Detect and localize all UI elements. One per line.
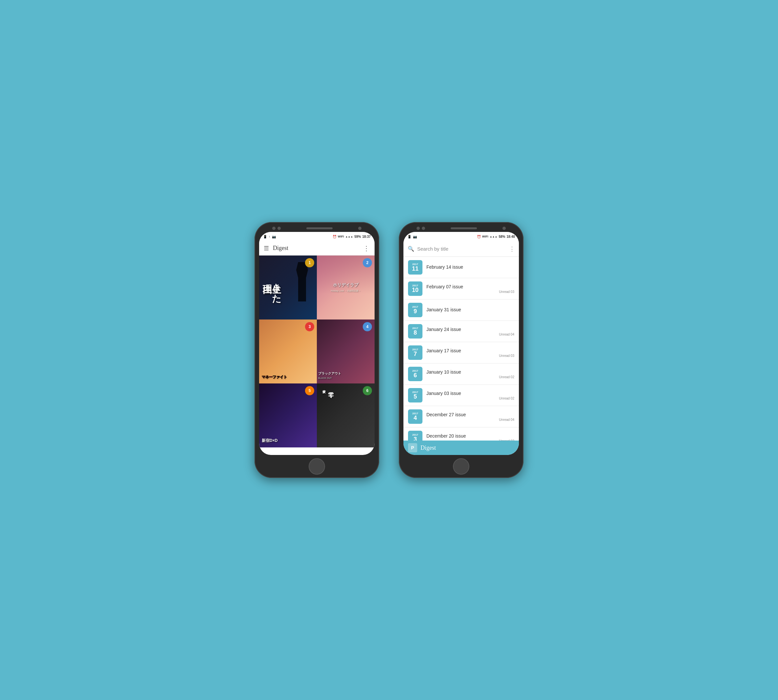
bottom-nav-logo[interactable]: P: [408, 443, 417, 452]
phone1-screen: 📱 ↑ 📷 ⏰ WiFi ▲▲▲ 59% 18:37 ☰ Digest ⋮: [259, 232, 375, 455]
issue-date-box-dec20: 2017 3: [408, 431, 422, 440]
phone2-home-button[interactable]: [453, 458, 469, 475]
phone1-more-icon[interactable]: ⋮: [363, 244, 370, 252]
issue-date-box-feb14: 2017 11: [408, 260, 422, 275]
bottom-nav-title: Digest: [420, 445, 436, 452]
issue-unread-dec20: Unread 03: [426, 439, 514, 441]
phone2-battery: 58%: [498, 235, 505, 238]
alarm-icon-2: ⏰: [477, 235, 481, 238]
phone1-speaker: [307, 227, 333, 229]
wifi-icon-2: WiFi: [482, 235, 488, 238]
phone1-app-title: Digest: [273, 245, 359, 252]
issue-info-feb14: February 14 issue: [426, 264, 514, 270]
cell6-badge: 6: [363, 386, 372, 395]
phone2-bottom: [403, 458, 519, 475]
issue-unread-jan03: Unread 02: [426, 397, 514, 400]
phone1-home-button[interactable]: [309, 458, 325, 475]
bottom-nav: P Digest: [403, 440, 519, 455]
issue-date-box-jan17: 2017 7: [408, 345, 422, 360]
phone1-time: 18:37: [362, 235, 371, 238]
issue-unread-jan17: Unread 03: [426, 354, 514, 358]
manga-cell-2[interactable]: ホリデイラブ Holiday Love ～夫婦間恋愛～ 2: [317, 255, 375, 320]
issue-info-dec27: December 27 issue Unread 04: [426, 412, 514, 422]
phone1-battery: 59%: [354, 235, 361, 238]
issue-info-feb07: February 07 issue Unread 03: [426, 284, 514, 293]
whatsapp-icon-2: 📱: [407, 235, 411, 238]
issue-title-dec20: December 20 issue: [426, 433, 514, 438]
issue-title-feb07: February 07 issue: [426, 284, 514, 289]
issue-date-box-jan24: 2017 8: [408, 324, 422, 338]
issue-info-jan31: January 31 issue: [426, 307, 514, 313]
issue-info-jan03: January 03 issue Unread 02: [426, 391, 514, 400]
phone-2: 📱 📷 ⏰ WiFi ▲▲▲ 58% 18:40 🔍 Search by tit…: [399, 222, 523, 478]
issue-item-dec20[interactable]: 2017 3 December 20 issue Unread 03: [403, 427, 519, 440]
issue-title-jan31: January 31 issue: [426, 307, 514, 312]
whatsapp-icon: 📱: [263, 235, 267, 238]
signal-icon-2: ▲▲▲: [490, 235, 498, 238]
manga-cell-3[interactable]: マネーファイト 3: [259, 320, 317, 383]
issue-item-jan10[interactable]: 2017 6 January 10 issue Unread 02: [403, 363, 519, 385]
cell3-badge: 3: [305, 322, 314, 331]
issue-item-jan17[interactable]: 2017 7 January 17 issue Unread 03: [403, 342, 519, 363]
issue-title-feb14: February 14 issue: [426, 264, 514, 270]
phone1-status-right: ⏰ WiFi ▲▲▲ 59% 18:37: [333, 235, 371, 238]
search-bar[interactable]: 🔍 Search by title ⋮: [403, 241, 519, 257]
phone2-screen: 📱 📷 ⏰ WiFi ▲▲▲ 58% 18:40 🔍 Search by tit…: [403, 232, 519, 455]
issue-title-jan17: January 17 issue: [426, 348, 514, 353]
alarm-icon: ⏰: [333, 235, 337, 238]
issue-date-box-feb07: 2017 10: [408, 282, 422, 296]
phone2-status-right: ⏰ WiFi ▲▲▲ 58% 18:40: [477, 235, 515, 238]
issue-info-dec20: December 20 issue Unread 03: [426, 433, 514, 441]
wifi-icon: WiFi: [338, 235, 344, 238]
issue-item-feb07[interactable]: 2017 10 February 07 issue Unread 03: [403, 278, 519, 300]
manga-grid: 生きた理由 1 ホリデイラブ Holiday Love ～夫婦間恋愛～ 2: [259, 255, 375, 455]
manga-cell-4[interactable]: ブラックアウトBLACK OUT 4: [317, 320, 375, 383]
upload-icon: ↑: [268, 235, 270, 238]
phone2-time: 18:40: [506, 235, 515, 238]
instagram-icon-2: 📷: [413, 235, 417, 238]
cell2-badge: 2: [363, 258, 372, 267]
phone1-front-camera: [358, 227, 362, 230]
issue-title-jan24: January 24 issue: [426, 327, 514, 332]
issue-info-jan10: January 10 issue Unread 02: [426, 369, 514, 379]
issue-item-jan03[interactable]: 2017 5 January 03 issue Unread 02: [403, 385, 519, 406]
manga-cell-1[interactable]: 生きた理由 1: [259, 255, 317, 320]
cell5-badge: 5: [305, 386, 314, 395]
issue-item-feb14[interactable]: 2017 11 February 14 issue: [403, 257, 519, 278]
issue-unread-dec27: Unread 04: [426, 418, 514, 422]
issue-date-box-dec27: 2017 4: [408, 409, 422, 424]
phone2-camera: [416, 227, 425, 230]
search-more-icon[interactable]: ⋮: [509, 245, 515, 253]
phone2-status-left: 📱 📷: [407, 235, 417, 238]
issue-list: 2017 11 February 14 issue 2017 10 Februa…: [403, 257, 519, 440]
search-icon: 🔍: [407, 245, 415, 253]
signal-icon: ▲▲▲: [345, 235, 353, 238]
instagram-icon: 📷: [272, 235, 276, 238]
cell3-title-jp: マネーファイト: [262, 375, 287, 380]
cell1-badge: 1: [305, 258, 314, 267]
issue-unread-jan10: Unread 02: [426, 375, 514, 379]
issue-title-jan03: January 03 issue: [426, 391, 514, 396]
search-placeholder[interactable]: Search by title: [417, 246, 506, 252]
cell5-title-jp: 新宿D×D: [262, 438, 278, 443]
cell1-title-jp: 生きた理由: [262, 277, 281, 298]
issue-unread-jan24: Unread 04: [426, 333, 514, 336]
issue-item-jan24[interactable]: 2017 8 January 24 issue Unread 04: [403, 321, 519, 342]
issue-title-jan10: January 10 issue: [426, 369, 514, 375]
issue-item-jan31[interactable]: 2017 9 January 31 issue: [403, 300, 519, 321]
phone-1: 📱 ↑ 📷 ⏰ WiFi ▲▲▲ 59% 18:37 ☰ Digest ⋮: [255, 222, 379, 478]
phone2-status-bar: 📱 📷 ⏰ WiFi ▲▲▲ 58% 18:40: [403, 232, 519, 241]
issue-unread-feb07: Unread 03: [426, 290, 514, 293]
issue-item-dec27[interactable]: 2017 4 December 27 issue Unread 04: [403, 406, 519, 427]
hamburger-menu-icon[interactable]: ☰: [264, 245, 269, 252]
phone1-app-bar: ☰ Digest ⋮: [259, 241, 375, 255]
issue-date-box-jan31: 2017 9: [408, 303, 422, 317]
manga-cell-6[interactable]: 零彼女 6: [317, 383, 375, 447]
issue-title-dec27: December 27 issue: [426, 412, 514, 417]
issue-date-box-jan03: 2017 5: [408, 388, 422, 402]
phone2-speaker: [451, 227, 477, 229]
manga-cell-5[interactable]: 新宿D×D 5: [259, 383, 317, 447]
phone2-front-camera: [503, 227, 506, 230]
phone1-status-bar: 📱 ↑ 📷 ⏰ WiFi ▲▲▲ 59% 18:37: [259, 232, 375, 241]
issue-info-jan17: January 17 issue Unread 03: [426, 348, 514, 358]
